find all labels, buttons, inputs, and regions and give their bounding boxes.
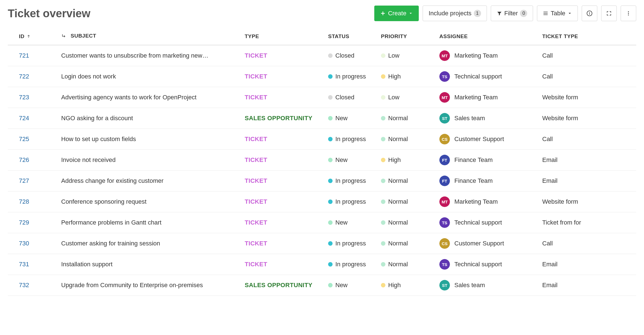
ticket-status: New [335, 282, 348, 289]
ticket-ticket-type: Call [542, 73, 553, 80]
ticket-id-link[interactable]: 730 [19, 240, 29, 247]
ticket-subject[interactable]: How to set up custom fields [61, 136, 238, 143]
ticket-priority: Normal [388, 115, 408, 122]
ticket-status: In progress [335, 198, 366, 205]
priority-dot [381, 283, 385, 287]
ticket-priority: Normal [388, 261, 408, 268]
ticket-subject[interactable]: Conference sponsoring request [61, 198, 238, 205]
ticket-subject[interactable]: Invoice not received [61, 156, 238, 164]
table-row[interactable]: 732Upgrade from Community to Enterprise … [8, 275, 636, 296]
ticket-ticket-type: Email [542, 177, 558, 184]
table-row[interactable]: 729Performance problems in Gantt chartTI… [8, 212, 636, 233]
svg-point-9 [628, 13, 629, 14]
ticket-subject[interactable]: Customer wants to unsubscribe from marke… [61, 52, 238, 59]
ticket-id-link[interactable]: 724 [19, 115, 29, 122]
svg-point-10 [628, 14, 629, 15]
ticket-subject[interactable]: Address change for existing customer [61, 177, 238, 184]
status-dot [328, 241, 333, 246]
table-row[interactable]: 727Address change for existing customerT… [8, 171, 636, 191]
more-button[interactable] [621, 6, 636, 21]
page-title: Ticket overview [8, 7, 90, 20]
ticket-id-link[interactable]: 721 [19, 52, 29, 59]
column-header-status[interactable]: STATUS [325, 29, 378, 45]
ticket-type: TICKET [245, 240, 267, 247]
filter-count: 0 [520, 10, 527, 17]
status-dot [328, 199, 333, 204]
ticket-assignee: Marketing Team [454, 94, 498, 101]
column-header-priority[interactable]: PRIORITY [378, 29, 436, 45]
include-projects-label: Include projects [428, 10, 471, 17]
ticket-subject[interactable]: Performance problems in Gantt chart [61, 219, 238, 226]
ticket-subject[interactable]: Advertising agency wants to work for Ope… [61, 94, 238, 101]
avatar: FT [439, 155, 450, 165]
ticket-status: In progress [335, 261, 366, 268]
sort-asc-icon [27, 34, 31, 39]
ticket-id-link[interactable]: 727 [19, 177, 29, 184]
ticket-id-link[interactable]: 726 [19, 156, 29, 163]
view-switch-button[interactable]: Table [537, 6, 578, 21]
column-header-assignee[interactable]: ASSIGNEE [436, 29, 539, 45]
priority-dot [381, 74, 385, 79]
info-icon [586, 10, 593, 16]
table-row[interactable]: 724NGO asking for a discountSALES OPPORT… [8, 108, 636, 129]
ticket-subject[interactable]: NGO asking for a discount [61, 115, 238, 122]
priority-dot [381, 262, 385, 267]
table-row[interactable]: 728Conference sponsoring requestTICKETIn… [8, 191, 636, 212]
table-row[interactable]: 723Advertising agency wants to work for … [8, 87, 636, 108]
ticket-status: Closed [335, 94, 354, 101]
ticket-subject[interactable]: Upgrade from Community to Enterprise on-… [61, 282, 238, 289]
ticket-id-link[interactable]: 725 [19, 136, 29, 142]
ticket-assignee: Technical support [454, 261, 502, 268]
ticket-subject[interactable]: Customer asking for training session [61, 240, 238, 247]
ticket-priority: Low [388, 52, 399, 59]
ticket-status: In progress [335, 73, 366, 80]
view-switch-label: Table [551, 10, 565, 17]
table-row[interactable]: 722Login does not workTICKETIn progressH… [8, 66, 636, 87]
ticket-type: TICKET [245, 261, 267, 268]
ticket-ticket-type: Email [542, 156, 558, 163]
ticket-id-link[interactable]: 729 [19, 219, 29, 226]
column-header-id[interactable]: ID [8, 29, 58, 45]
ticket-priority: Normal [388, 219, 408, 226]
ticket-assignee: Customer Support [454, 136, 504, 143]
column-header-ticket-type[interactable]: TICKET TYPE [539, 29, 636, 45]
ticket-subject[interactable]: Installation support [61, 261, 238, 268]
table-row[interactable]: 726Invoice not receivedTICKETNewHighFTFi… [8, 150, 636, 171]
ticket-id-link[interactable]: 731 [19, 261, 29, 268]
ticket-priority: Normal [388, 198, 408, 205]
table-row[interactable]: 721Customer wants to unsubscribe from ma… [8, 45, 636, 66]
ticket-ticket-type: Ticket from for [542, 219, 581, 226]
ticket-type: TICKET [245, 156, 267, 163]
ticket-id-link[interactable]: 722 [19, 73, 29, 80]
ticket-subject[interactable]: Login does not work [61, 73, 238, 80]
ticket-ticket-type: Website form [542, 198, 578, 205]
ticket-assignee: Marketing Team [454, 198, 498, 205]
column-header-subject[interactable]: SUBJECT [58, 29, 241, 45]
status-dot [328, 158, 333, 162]
fullscreen-button[interactable] [601, 6, 617, 21]
priority-dot [381, 116, 385, 120]
table-row[interactable]: 730Customer asking for training sessionT… [8, 233, 636, 254]
chevron-down-icon [408, 11, 413, 16]
ticket-id-link[interactable]: 728 [19, 198, 29, 205]
table-row[interactable]: 731Installation supportTICKETIn progress… [8, 254, 636, 275]
column-header-type[interactable]: TYPE [241, 29, 325, 45]
info-button[interactable] [582, 6, 597, 21]
table-row[interactable]: 725How to set up custom fieldsTICKETIn p… [8, 129, 636, 150]
ticket-assignee: Technical support [454, 73, 502, 80]
avatar: FT [439, 176, 450, 186]
ticket-status: New [335, 219, 348, 226]
ticket-id-link[interactable]: 723 [19, 94, 29, 101]
include-projects-button[interactable]: Include projects 1 [423, 6, 487, 21]
create-button[interactable]: Create [374, 6, 419, 21]
column-header-subject-label: SUBJECT [71, 33, 96, 39]
avatar: MT [439, 196, 450, 207]
ticket-assignee: Technical support [454, 219, 502, 226]
filter-button[interactable]: Filter 0 [491, 6, 533, 21]
toolbar: Create Include projects 1 Filter 0 Table [374, 6, 636, 21]
ticket-status: In progress [335, 136, 366, 142]
ticket-id-link[interactable]: 732 [19, 282, 29, 289]
ticket-priority: High [388, 73, 401, 80]
ticket-ticket-type: Website form [542, 94, 578, 101]
ticket-status: New [335, 115, 348, 122]
